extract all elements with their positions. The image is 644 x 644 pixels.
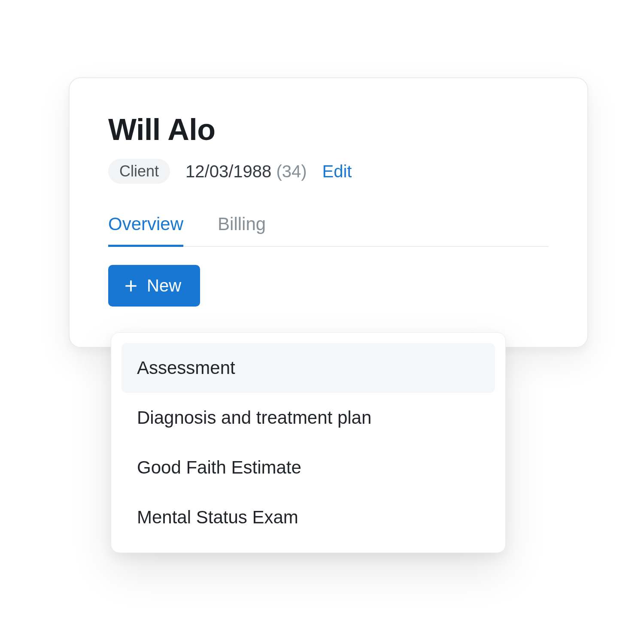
menu-item-good-faith-estimate[interactable]: Good Faith Estimate <box>122 443 495 492</box>
tabs: Overview Billing <box>108 214 549 247</box>
client-card: Will Alo Client 12/03/1988 (34) Edit Ove… <box>69 77 588 348</box>
client-type-badge: Client <box>108 159 170 184</box>
menu-item-diagnosis-treatment-plan[interactable]: Diagnosis and treatment plan <box>122 393 495 443</box>
edit-link[interactable]: Edit <box>322 162 352 181</box>
client-name: Will Alo <box>108 112 549 147</box>
menu-item-mental-status-exam[interactable]: Mental Status Exam <box>122 492 495 542</box>
menu-item-assessment[interactable]: Assessment <box>122 343 495 393</box>
client-dob-value: 12/03/1988 <box>185 162 271 181</box>
plus-icon <box>124 279 138 293</box>
new-button[interactable]: New <box>108 265 200 307</box>
tab-billing[interactable]: Billing <box>218 214 266 247</box>
tab-overview[interactable]: Overview <box>108 214 183 247</box>
new-button-label: New <box>147 276 181 295</box>
new-dropdown-menu: Assessment Diagnosis and treatment plan … <box>111 332 506 553</box>
client-dob: 12/03/1988 (34) <box>185 162 307 181</box>
client-meta-row: Client 12/03/1988 (34) Edit <box>108 159 549 184</box>
client-age: (34) <box>276 162 307 181</box>
